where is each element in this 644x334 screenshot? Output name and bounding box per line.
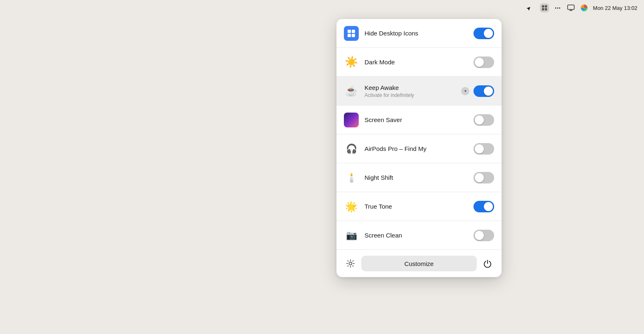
svg-rect-1 — [545, 5, 547, 7]
display-icon[interactable] — [566, 3, 575, 12]
menubar-datetime: Mon 22 May 13:02 — [593, 5, 637, 11]
menu-item-true-tone: 🌟 True Tone — [336, 192, 502, 221]
color-wheel-icon[interactable] — [580, 3, 589, 12]
true-tone-toggle[interactable] — [474, 201, 494, 212]
true-tone-title: True Tone — [365, 203, 474, 210]
screen-saver-icon — [344, 113, 359, 127]
hide-desktop-icons-title: Hide Desktop Icons — [365, 30, 474, 37]
screen-saver-title: Screen Saver — [365, 116, 474, 124]
svg-rect-0 — [542, 5, 544, 7]
screen-clean-text: Screen Clean — [365, 232, 474, 239]
menu-item-hide-desktop-icons: Hide Desktop Icons — [336, 19, 502, 48]
menu-item-dark-mode: ☀️ Dark Mode — [336, 48, 502, 77]
true-tone-icon: 🌟 — [344, 199, 359, 214]
dark-mode-text: Dark Mode — [365, 59, 474, 66]
hide-desktop-icons-toggle[interactable] — [474, 28, 494, 39]
svg-rect-4 — [568, 5, 574, 9]
svg-rect-8 — [348, 34, 351, 37]
location-icon[interactable]: ➤ — [525, 1, 538, 14]
popup-panel: Hide Desktop Icons ☀️ Dark Mode ☕ Keep A… — [336, 19, 502, 277]
dark-mode-icon: ☀️ — [344, 55, 359, 70]
airpods-icon: 🎧 — [344, 141, 359, 156]
svg-rect-9 — [352, 34, 355, 37]
screen-saver-toggle[interactable] — [474, 114, 494, 126]
night-shift-toggle[interactable] — [474, 172, 494, 183]
airpods-title: AirPods Pro – Find My — [365, 145, 474, 153]
ellipsis-icon[interactable]: ••• — [553, 3, 562, 12]
gear-icon[interactable] — [344, 257, 357, 270]
svg-rect-7 — [352, 30, 355, 33]
power-icon[interactable] — [481, 257, 494, 270]
svg-rect-2 — [542, 8, 544, 10]
svg-rect-6 — [348, 30, 351, 33]
bottom-bar: Customize — [336, 250, 502, 277]
menu-item-night-shift: 🕯️ Night Shift — [336, 163, 502, 192]
screen-saver-text: Screen Saver — [365, 116, 474, 124]
svg-point-10 — [349, 262, 352, 265]
customize-button[interactable]: Customize — [361, 256, 477, 271]
dark-mode-toggle[interactable] — [474, 56, 494, 68]
keep-awake-title: Keep Awake — [365, 84, 461, 92]
screen-clean-title: Screen Clean — [365, 232, 474, 239]
night-shift-icon: 🕯️ — [344, 170, 359, 185]
menu-item-airpods-pro: 🎧 AirPods Pro – Find My — [336, 134, 502, 163]
hide-desktop-icons-icon — [344, 26, 359, 41]
screen-clean-icon: 📷 — [344, 228, 359, 243]
night-shift-title: Night Shift — [365, 174, 474, 181]
keep-awake-chevron[interactable]: ▾ — [461, 87, 469, 95]
keep-awake-subtitle: Activate for indefinitely — [365, 92, 461, 98]
menu-item-screen-saver: Screen Saver — [336, 106, 502, 134]
dark-mode-title: Dark Mode — [365, 59, 474, 66]
menu-item-keep-awake: ☕ Keep Awake Activate for indefinitely ▾ — [336, 77, 502, 106]
keep-awake-toggle[interactable] — [474, 85, 494, 97]
keep-awake-text: Keep Awake Activate for indefinitely — [365, 84, 461, 98]
screen-clean-toggle[interactable] — [474, 230, 494, 241]
hide-desktop-icons-text: Hide Desktop Icons — [365, 30, 474, 37]
svg-rect-3 — [545, 8, 547, 10]
menubar: ➤ ••• Mon 22 May 13:02 — [0, 0, 644, 16]
airpods-text: AirPods Pro – Find My — [365, 145, 474, 153]
menu-item-screen-clean: 📷 Screen Clean — [336, 221, 502, 250]
true-tone-text: True Tone — [365, 203, 474, 210]
app-icon[interactable] — [540, 3, 549, 12]
night-shift-text: Night Shift — [365, 174, 474, 181]
airpods-toggle[interactable] — [474, 143, 494, 155]
keep-awake-icon: ☕ — [344, 84, 359, 99]
